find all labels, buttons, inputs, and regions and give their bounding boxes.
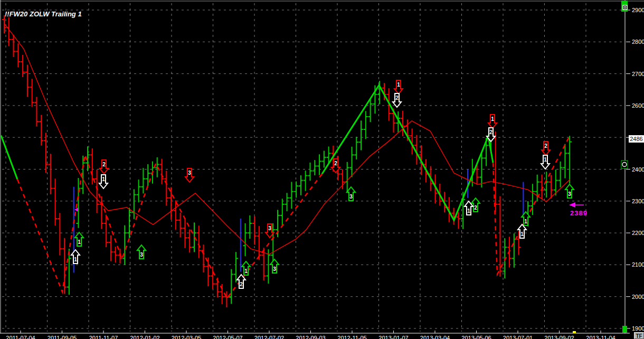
svg-text:2: 2 (240, 281, 243, 287)
svg-text:2: 2 (489, 129, 493, 135)
svg-text:2100: 2100 (632, 261, 644, 268)
chart-window: 2111333312231212211121323892900280027002… (0, 0, 644, 339)
svg-text:1: 1 (74, 257, 77, 262)
svg-text:2300: 2300 (632, 198, 644, 204)
svg-text:2200: 2200 (632, 230, 644, 236)
svg-text:2: 2 (102, 162, 106, 167)
svg-text:3: 3 (140, 252, 143, 258)
svg-text:1: 1 (102, 176, 105, 182)
svg-text:1: 1 (520, 231, 524, 237)
chart-title: !!FW20 ZOLW Trailing 1 (5, 10, 82, 18)
svg-text:2011-11-07: 2011-11-07 (89, 335, 118, 339)
svg-text:2400: 2400 (632, 166, 644, 173)
svg-text:2012-01-02: 2012-01-02 (130, 335, 159, 339)
svg-text:2000: 2000 (632, 294, 644, 300)
svg-text:3: 3 (188, 170, 191, 176)
svg-text:2013-05-06: 2013-05-06 (461, 335, 491, 339)
svg-text:3: 3 (268, 225, 271, 231)
svg-text:2013-09-02: 2013-09-02 (544, 335, 574, 339)
svg-text:2013-11-04: 2013-11-04 (586, 335, 615, 339)
svg-text:2900: 2900 (632, 7, 644, 13)
svg-text:2011-09-05: 2011-09-05 (48, 335, 77, 339)
svg-text:1: 1 (397, 82, 400, 88)
svg-text:1: 1 (524, 219, 527, 224)
current-price-label: 2486 (629, 135, 644, 143)
svg-text:3: 3 (349, 194, 353, 200)
svg-text:2: 2 (544, 143, 547, 149)
svg-text:1: 1 (467, 208, 470, 214)
svg-text:3: 3 (568, 191, 571, 197)
svg-text:1900: 1900 (632, 325, 644, 332)
svg-text:2800: 2800 (632, 39, 644, 45)
svg-text:2012-09-03: 2012-09-03 (296, 335, 325, 339)
svg-text:2012-03-05: 2012-03-05 (172, 335, 201, 339)
svg-text:1: 1 (78, 239, 81, 245)
svg-text:3: 3 (273, 266, 276, 272)
svg-text:1: 1 (491, 116, 494, 122)
svg-text:2: 2 (334, 161, 337, 166)
chart-canvas[interactable]: 2111333312231212211121323892900280027002… (0, 0, 644, 339)
svg-text:2013-01-07: 2013-01-07 (378, 335, 408, 339)
svg-text:2: 2 (474, 205, 477, 211)
svg-text:2012-05-07: 2012-05-07 (213, 335, 242, 339)
svg-text:2013-07-01: 2013-07-01 (503, 335, 533, 339)
svg-text:2: 2 (395, 95, 399, 101)
svg-text:2600: 2600 (632, 102, 644, 109)
bottom-marker-icon (622, 326, 627, 333)
timeframe-button[interactable]: TF (634, 332, 644, 339)
svg-text:1: 1 (244, 268, 248, 274)
svg-text:2013-03-04: 2013-03-04 (420, 335, 450, 339)
svg-text:1: 1 (544, 157, 547, 163)
svg-text:2012-11-05: 2012-11-05 (337, 335, 366, 339)
svg-text:2012-07-02: 2012-07-02 (254, 335, 284, 339)
svg-text:2389: 2389 (570, 209, 588, 217)
current-date-tick (573, 331, 576, 333)
svg-text:2700: 2700 (632, 71, 644, 77)
svg-text:2011-07-04: 2011-07-04 (6, 335, 35, 339)
